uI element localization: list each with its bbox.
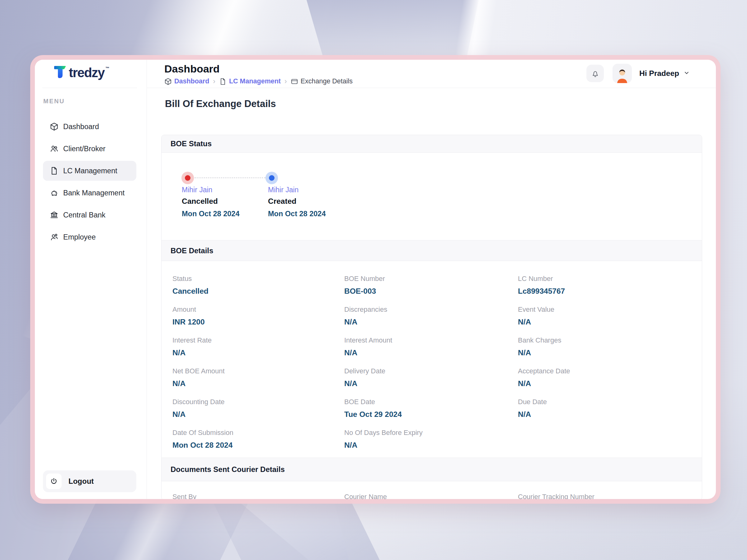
users-icon bbox=[50, 233, 58, 241]
courier-details-grid: Sent By Courier Name Courier Tracking Nu… bbox=[173, 493, 695, 499]
sidebar-item-lc-management[interactable]: LC Management bbox=[43, 161, 136, 181]
notifications-button[interactable] bbox=[586, 65, 604, 82]
logout-label: Logout bbox=[69, 477, 94, 486]
sidebar-item-label: Dashboard bbox=[63, 123, 99, 131]
file-icon bbox=[219, 78, 227, 85]
topbar-actions: Hi Pradeep bbox=[586, 64, 690, 83]
menu-section-label: MENU bbox=[43, 98, 65, 105]
field-boe-date: BOE DateTue Oct 29 2024 bbox=[344, 398, 518, 429]
brand-logo: tredzy ™ bbox=[54, 65, 109, 81]
timeline-status: Created bbox=[268, 197, 326, 206]
field-courier-name: Courier Name bbox=[344, 493, 518, 499]
brand-name: tredzy bbox=[69, 65, 105, 81]
sidebar-nav: Dashboard Client/Broker LC Management bbox=[43, 117, 136, 249]
sidebar-item-label: Client/Broker bbox=[63, 145, 105, 153]
field-acceptance-date: Acceptance DateN/A bbox=[518, 367, 695, 398]
breadcrumb-dashboard[interactable]: Dashboard bbox=[164, 77, 209, 85]
field-event-value: Event ValueN/A bbox=[518, 305, 695, 336]
sidebar-item-label: Bank Management bbox=[63, 189, 125, 197]
timeline-connector bbox=[195, 177, 265, 178]
timeline-date: Mon Oct 28 2024 bbox=[182, 210, 239, 218]
sidebar-item-bank-management[interactable]: Bank Management bbox=[43, 183, 136, 203]
field-interest-amount: Interest AmountN/A bbox=[344, 336, 518, 367]
timeline-dot-created bbox=[265, 172, 278, 184]
sidebar-item-label: LC Management bbox=[63, 167, 117, 175]
breadcrumb-separator: › bbox=[213, 77, 215, 85]
timeline-user: Mihir Jain bbox=[182, 186, 239, 194]
logout-button[interactable]: Logout bbox=[43, 471, 136, 492]
boe-details-grid: StatusCancelled BOE NumberBOE-003 LC Num… bbox=[173, 275, 695, 459]
field-courier-tracking-number: Courier Tracking Number bbox=[518, 493, 695, 499]
field-discounting-date: Discounting DateN/A bbox=[173, 398, 344, 429]
sidebar-item-central-bank[interactable]: Central Bank bbox=[43, 205, 136, 225]
field-bank-charges: Bank ChargesN/A bbox=[518, 336, 695, 367]
field-amount: AmountINR 1200 bbox=[173, 305, 344, 336]
breadcrumb: Dashboard › LC Management › Exchange Det… bbox=[164, 77, 353, 85]
breadcrumb-exchange-details: Exchange Details bbox=[291, 77, 353, 85]
power-icon bbox=[46, 474, 61, 489]
timeline-date: Mon Oct 28 2024 bbox=[268, 210, 326, 218]
brand-logo-icon bbox=[54, 65, 67, 81]
timeline-status: Cancelled bbox=[182, 197, 239, 206]
brand-trademark: ™ bbox=[105, 66, 109, 71]
app-window: tredzy ™ MENU Dashboard Client/Broker bbox=[35, 60, 716, 499]
page-header-title: Dashboard bbox=[164, 63, 220, 75]
chevron-down-icon[interactable] bbox=[684, 70, 690, 77]
timeline-dot-cancelled bbox=[181, 172, 194, 184]
field-interest-rate: Interest RateN/A bbox=[173, 336, 344, 367]
field-discrepancies: DiscrepanciesN/A bbox=[344, 305, 518, 336]
field-lc-number: LC NumberLc899345767 bbox=[518, 275, 695, 305]
sidebar-item-label: Employee bbox=[63, 233, 96, 241]
sidebar-item-employee[interactable]: Employee bbox=[43, 227, 136, 247]
field-date-of-submission: Date Of SubmissionMon Oct 28 2024 bbox=[173, 429, 344, 459]
breadcrumb-separator: › bbox=[284, 77, 287, 85]
section-header-courier-details: Documents Sent Courier Details bbox=[161, 458, 702, 481]
timeline-event: Mihir Jain Cancelled Mon Oct 28 2024 bbox=[182, 186, 239, 218]
section-header-boe-details: BOE Details bbox=[161, 240, 702, 261]
boe-card: BOE Status Mihir Jain Cancelled Mon Oct … bbox=[161, 135, 702, 499]
field-no-of-days-before-expiry: No Of Days Before ExpiryN/A bbox=[344, 429, 518, 459]
main-content: Dashboard Dashboard › LC Management › Ex… bbox=[147, 60, 716, 499]
bell-icon bbox=[591, 70, 599, 78]
piggy-bank-icon bbox=[50, 189, 58, 197]
users-icon bbox=[50, 144, 58, 153]
field-due-date: Due DateN/A bbox=[518, 398, 695, 429]
user-greeting[interactable]: Hi Pradeep bbox=[639, 69, 679, 78]
field-sent-by: Sent By bbox=[173, 493, 344, 499]
timeline-user: Mihir Jain bbox=[268, 186, 326, 194]
field-net-boe-amount: Net BOE AmountN/A bbox=[173, 367, 344, 398]
topbar: Dashboard Dashboard › LC Management › Ex… bbox=[147, 60, 716, 88]
cube-icon bbox=[164, 78, 172, 85]
field-status: StatusCancelled bbox=[173, 275, 344, 305]
user-avatar[interactable] bbox=[613, 64, 632, 83]
section-header-boe-status: BOE Status bbox=[161, 135, 702, 153]
avatar-image bbox=[613, 64, 632, 83]
sidebar-item-dashboard[interactable]: Dashboard bbox=[43, 117, 136, 137]
sidebar-item-label: Central Bank bbox=[63, 211, 105, 219]
sidebar-divider bbox=[42, 88, 137, 88]
field-delivery-date: Delivery DateN/A bbox=[344, 367, 518, 398]
card-icon bbox=[291, 78, 298, 85]
cube-icon bbox=[50, 122, 58, 131]
page-title: Bill Of Exchange Details bbox=[165, 98, 276, 109]
breadcrumb-lc-management[interactable]: LC Management bbox=[219, 77, 281, 85]
file-icon bbox=[50, 166, 58, 175]
sidebar: tredzy ™ MENU Dashboard Client/Broker bbox=[35, 60, 147, 499]
bank-icon bbox=[50, 211, 58, 219]
timeline-event: Mihir Jain Created Mon Oct 28 2024 bbox=[268, 186, 326, 218]
screen: tredzy ™ MENU Dashboard Client/Broker bbox=[0, 0, 747, 560]
field-boe-number: BOE NumberBOE-003 bbox=[344, 275, 518, 305]
sidebar-item-client-broker[interactable]: Client/Broker bbox=[43, 139, 136, 159]
